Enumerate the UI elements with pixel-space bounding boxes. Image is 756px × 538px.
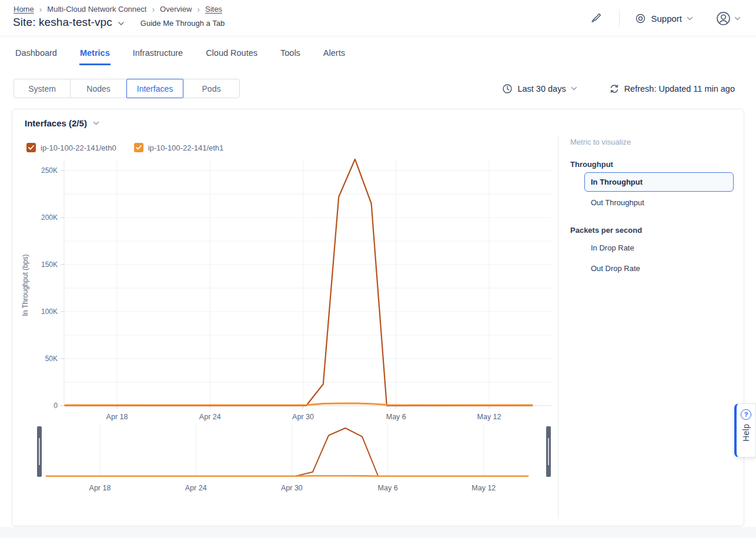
tab-infrastructure[interactable]: Infrastructure — [132, 46, 183, 65]
svg-text:Apr 18: Apr 18 — [89, 484, 111, 492]
question-mark-icon: ? — [741, 409, 751, 420]
help-label: Help — [741, 424, 751, 442]
breadcrumb-separator-icon: › — [152, 5, 155, 14]
account-menu-button[interactable] — [712, 10, 744, 27]
svg-text:May 12: May 12 — [471, 484, 496, 492]
time-range-label: Last 30 days — [517, 84, 566, 93]
legend-checkbox[interactable] — [26, 143, 36, 152]
lifebuoy-icon — [635, 13, 646, 24]
tab-tools[interactable]: Tools — [280, 46, 301, 65]
chart-overview-minimap[interactable]: Apr 18Apr 24Apr 30May 6May 12 — [18, 423, 556, 496]
breadcrumb-separator-icon: › — [39, 5, 42, 14]
svg-text:Apr 24: Apr 24 — [185, 484, 207, 492]
series-line-eth1 — [65, 403, 532, 405]
legend-label: ip-10-100-22-141/eth1 — [148, 143, 224, 152]
legend-checkbox[interactable] — [134, 143, 143, 152]
svg-text:May 6: May 6 — [378, 484, 398, 492]
legend-item[interactable]: ip-10-100-22-141/eth1 — [134, 143, 224, 152]
breadcrumb-item[interactable]: Home — [14, 5, 34, 14]
metrics-scope-segmented-control: SystemNodesInterfacesPods — [14, 79, 240, 98]
card-title: Interfaces (2/5) — [25, 118, 87, 128]
svg-text:50K: 50K — [45, 355, 58, 363]
metric-option-in-throughput[interactable]: In Throughput — [584, 172, 734, 192]
breadcrumb-item[interactable]: Overview — [160, 5, 192, 14]
interfaces-metrics-card: Interfaces (2/5) ip-10-100-22-141/eth0ip… — [12, 109, 744, 526]
svg-text:100K: 100K — [41, 308, 58, 316]
overview-series-line-eth0 — [46, 428, 528, 476]
refresh-button[interactable]: Refresh: Updated 11 min ago — [606, 83, 738, 95]
page-title: Site: kesha-test-vpc — [13, 16, 112, 29]
segment-interfaces[interactable]: Interfaces — [126, 79, 183, 98]
svg-text:In Throughput (bps): In Throughput (bps) — [21, 254, 29, 316]
svg-text:Apr 24: Apr 24 — [199, 413, 221, 421]
metric-panel-title: Metric to visualize — [570, 138, 741, 146]
metric-group-options: In Drop RateOut Drop Rate — [570, 238, 741, 278]
breadcrumb-item[interactable]: Sites — [205, 5, 222, 14]
breadcrumb-separator-icon: › — [197, 5, 200, 14]
svg-text:Apr 30: Apr 30 — [281, 484, 303, 492]
refresh-icon — [609, 83, 620, 94]
svg-text:May 6: May 6 — [386, 413, 406, 421]
segment-nodes[interactable]: Nodes — [70, 79, 127, 98]
theme-brush-button[interactable] — [587, 9, 605, 27]
svg-text:250K: 250K — [41, 166, 58, 175]
metric-group-heading: Packets per second — [570, 226, 741, 235]
tab-bar: DashboardMetricsInfrastructureCloud Rout… — [15, 46, 346, 65]
svg-text:200K: 200K — [41, 213, 58, 222]
account-chevron-down-icon — [734, 16, 741, 21]
breadcrumb-item[interactable]: Multi-Cloud Network Connect — [47, 5, 146, 14]
svg-text:0: 0 — [53, 402, 58, 410]
support-chevron-down-icon — [687, 16, 693, 21]
metric-panel: Metric to visualize ThroughputIn Through… — [570, 138, 741, 278]
support-label: Support — [651, 14, 682, 24]
segment-pods[interactable]: Pods — [183, 79, 240, 98]
clock-icon — [502, 83, 513, 94]
svg-text:Apr 18: Apr 18 — [106, 413, 128, 421]
metric-group-options: In ThroughputOut Throughput — [570, 172, 741, 212]
chart-legend: ip-10-100-22-141/eth0ip-10-100-22-141/et… — [26, 143, 223, 152]
interfaces-section-toggle[interactable]: Interfaces (2/5) — [25, 118, 99, 128]
legend-label: ip-10-100-22-141/eth0 — [41, 143, 116, 152]
svg-text:Apr 30: Apr 30 — [292, 413, 314, 421]
svg-text:May 12: May 12 — [477, 413, 501, 421]
refresh-label: Refresh: Updated 11 min ago — [624, 84, 735, 93]
throughput-chart: 050K100K150K200K250KApr 18Apr 24Apr 30Ma… — [18, 155, 556, 425]
header-divider — [619, 9, 620, 27]
series-line-eth0 — [65, 159, 532, 406]
site-selector-chevron-down-icon[interactable] — [118, 21, 125, 26]
overview-series-line-eth1 — [46, 476, 528, 476]
help-button[interactable]: ? Help — [734, 403, 756, 457]
brush-icon — [590, 12, 603, 25]
breadcrumb: Home›Multi-Cloud Network Connect›Overvie… — [14, 5, 222, 14]
app-header: Home›Multi-Cloud Network Connect›Overvie… — [0, 0, 756, 36]
metric-option-out-throughput[interactable]: Out Throughput — [584, 193, 734, 212]
segment-system[interactable]: System — [14, 79, 71, 98]
time-range-dropdown[interactable]: Last 30 days — [499, 83, 580, 95]
tab-alerts[interactable]: Alerts — [323, 46, 346, 65]
tab-dashboard[interactable]: Dashboard — [15, 46, 58, 65]
time-range-chevron-down-icon — [571, 86, 577, 91]
support-menu-button[interactable]: Support — [631, 12, 697, 25]
guide-me-link[interactable]: Guide Me Through a Tab — [141, 19, 225, 28]
tab-metrics[interactable]: Metrics — [79, 46, 111, 65]
tab-cloud-routes[interactable]: Cloud Routes — [205, 46, 258, 65]
metric-group-heading: Throughput — [570, 160, 741, 169]
metric-option-in-drop-rate[interactable]: In Drop Rate — [584, 238, 734, 258]
legend-item[interactable]: ip-10-100-22-141/eth0 — [26, 143, 116, 152]
user-avatar-icon — [715, 11, 731, 26]
svg-text:150K: 150K — [41, 260, 58, 269]
metric-option-out-drop-rate[interactable]: Out Drop Rate — [584, 259, 734, 278]
card-chevron-down-icon — [93, 121, 99, 125]
panel-divider — [558, 136, 558, 519]
